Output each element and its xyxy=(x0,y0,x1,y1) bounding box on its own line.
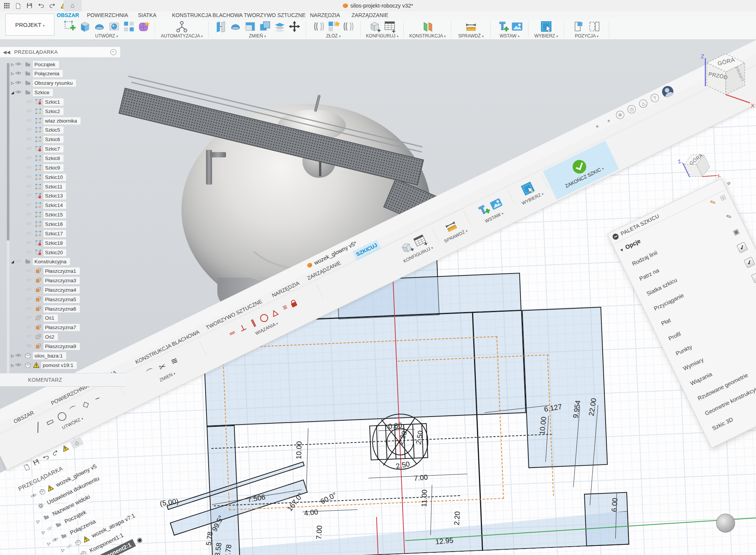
app-grid-icon[interactable] xyxy=(13,467,22,476)
home-icon[interactable]: ⌂ xyxy=(70,437,84,449)
tree-item[interactable]: Szkic8 xyxy=(20,154,64,163)
group-label[interactable]: ZŁÓŻ ▾ xyxy=(308,33,359,39)
browser-scrollbar-thumb[interactable] xyxy=(7,63,9,241)
palette-option-icon[interactable]: ▣ xyxy=(731,227,741,237)
group-label[interactable]: AUTOMATYZACJA ▾ xyxy=(156,33,207,39)
visibility-eye-icon[interactable] xyxy=(26,212,32,217)
visibility-eye-icon[interactable] xyxy=(26,222,32,227)
revolve-tool-icon[interactable] xyxy=(93,20,106,33)
tree-item[interactable]: Szkic11 xyxy=(20,182,66,191)
visibility-eye-icon[interactable] xyxy=(26,344,32,349)
visibility-eye-icon[interactable] xyxy=(26,165,32,170)
visibility-eye-icon[interactable] xyxy=(15,353,22,358)
sketch-tool-icon[interactable]: ≋ xyxy=(167,354,181,368)
form-tool-icon[interactable] xyxy=(137,20,150,33)
tree-collapsed-arrow[interactable]: ▷ xyxy=(10,354,15,358)
visibility-eye-icon[interactable] xyxy=(26,156,32,161)
comments-bar[interactable]: KOMENTARZ xyxy=(0,373,125,387)
group-label[interactable]: ZMIEŃ ▾ xyxy=(210,33,305,39)
group-label[interactable]: WYBIERZ ▾ xyxy=(530,33,562,39)
visibility-eye-icon[interactable] xyxy=(26,306,32,311)
branch-tool-icon[interactable] xyxy=(175,20,188,33)
palette-checkbox[interactable]: ✓ xyxy=(744,257,755,268)
tree-item[interactable]: ◢Szkice xyxy=(10,88,53,97)
palette-checkbox[interactable]: ✓ xyxy=(736,241,748,253)
visibility-eye-icon[interactable] xyxy=(26,250,32,255)
sketch-tool-icon[interactable]: ▭ xyxy=(43,415,57,429)
image-tool-icon[interactable] xyxy=(511,20,524,33)
new-tab-icon[interactable]: + xyxy=(603,116,613,125)
sketch-tool-icon[interactable]: ⌒ xyxy=(143,365,158,380)
layers-tool-icon[interactable] xyxy=(273,20,286,33)
warning-icon[interactable] xyxy=(61,444,70,453)
tree-arrow[interactable]: ▷ xyxy=(36,517,43,524)
visibility-eye-icon[interactable] xyxy=(26,334,32,339)
tab-konstrukcja-blachowa[interactable]: KONSTRUKCJA BLACHOWA xyxy=(172,11,243,20)
tree-item[interactable]: Płaszczyzna6 xyxy=(20,304,80,313)
tree-expanded-arrow[interactable]: ◢ xyxy=(10,260,15,264)
tab-siatka[interactable]: SIATKA xyxy=(138,11,156,20)
tree-item[interactable]: Płaszczyzna7 xyxy=(20,323,80,332)
group-label[interactable]: POZYCJA ▾ xyxy=(565,33,608,39)
palette-option-icon[interactable]: ✎ xyxy=(725,212,733,221)
tree-item[interactable]: ▷silos_baza:1 xyxy=(10,351,66,360)
sketch-tool-icon[interactable]: ◯ xyxy=(257,311,270,324)
tree-item[interactable]: Szkic7 xyxy=(20,145,64,154)
tree-item[interactable]: Szkic10 xyxy=(20,173,66,182)
tree-item[interactable]: Szkic2 xyxy=(20,107,64,116)
group-label[interactable]: KONFIGURUJ ▾ xyxy=(362,33,402,39)
tableplus-tool-icon[interactable] xyxy=(383,20,396,33)
group-label[interactable]: UTWÓRZ ▾ xyxy=(60,33,153,39)
pattern-tool-icon[interactable] xyxy=(122,20,135,33)
move-tool-icon[interactable] xyxy=(288,20,301,33)
save-icon[interactable] xyxy=(32,458,41,467)
minimize-browser-icon[interactable] xyxy=(110,49,116,55)
sketch-tool-icon[interactable]: ✂ xyxy=(155,360,170,374)
tree-item[interactable]: Oś2 xyxy=(20,333,58,342)
sketch-edit-icon[interactable]: ✎ xyxy=(709,197,717,207)
undo-icon[interactable] xyxy=(42,453,51,462)
sketch-tool-icon[interactable]: ∥ xyxy=(247,316,260,329)
sketch-tool-icon[interactable]: ≡ xyxy=(279,301,291,313)
tree-item[interactable]: Szkic15 xyxy=(20,210,66,219)
tree-expanded-arrow[interactable]: ◢ xyxy=(10,90,15,95)
sketch-tool-icon[interactable]: ═ xyxy=(226,327,239,339)
tree-item[interactable]: ◢Konstrukcyjna xyxy=(10,257,70,266)
tree-item[interactable]: Szkic5 xyxy=(20,126,64,135)
app-grid-icon[interactable] xyxy=(4,3,10,9)
tree-item[interactable]: ▷Obszary rysunku xyxy=(10,79,76,88)
visibility-eye-icon[interactable] xyxy=(26,297,32,302)
file-icon[interactable] xyxy=(15,3,21,9)
visibility-eye-icon[interactable] xyxy=(26,109,32,114)
group-label[interactable]: KONSTRUKCJA ▾ xyxy=(405,33,450,39)
visibility-eye-icon[interactable] xyxy=(26,118,32,123)
visibility-eye-icon[interactable] xyxy=(26,288,32,292)
thicken-tool-icon[interactable] xyxy=(214,20,227,33)
tree-item[interactable]: ▷pomost v19:1 xyxy=(10,361,77,370)
redo-icon[interactable] xyxy=(51,449,60,458)
revolve-tool-icon[interactable] xyxy=(229,20,242,33)
tree-item[interactable]: Szkic14 xyxy=(20,201,66,210)
palette-checkbox[interactable] xyxy=(751,271,756,283)
home-tab[interactable]: ⌂ xyxy=(64,0,82,11)
visibility-eye-icon[interactable] xyxy=(15,62,22,67)
tree-collapsed-arrow[interactable]: ▷ xyxy=(10,72,15,76)
measure-tool-icon[interactable] xyxy=(465,20,477,33)
undo-icon[interactable] xyxy=(38,3,44,9)
tab-zarządzanie[interactable]: ZARZĄDZANIE xyxy=(352,11,388,20)
visibility-eye-icon[interactable] xyxy=(15,259,22,264)
tree-item[interactable]: Oś1 xyxy=(20,314,58,323)
box-tool-icon[interactable] xyxy=(78,20,91,33)
tree-item[interactable]: Płaszczyzna1 xyxy=(20,267,80,276)
pos2-tool-icon[interactable] xyxy=(588,20,601,33)
visibility-eye-icon[interactable] xyxy=(15,90,22,95)
sketch-tool-icon[interactable]: ╱ xyxy=(31,421,45,435)
collapse-panel-icon[interactable]: ◀◀ xyxy=(3,50,10,55)
visibility-eye-icon[interactable] xyxy=(15,363,22,368)
sketch-tool-icon[interactable]: ◇ xyxy=(78,398,93,412)
sketch-tool-icon[interactable]: ⊥ xyxy=(236,322,249,334)
joint-tool-icon[interactable] xyxy=(342,20,355,33)
joint2-tool-icon[interactable] xyxy=(327,20,340,33)
visibility-eye-icon[interactable] xyxy=(26,231,32,236)
hole-tool-icon[interactable] xyxy=(108,20,121,33)
